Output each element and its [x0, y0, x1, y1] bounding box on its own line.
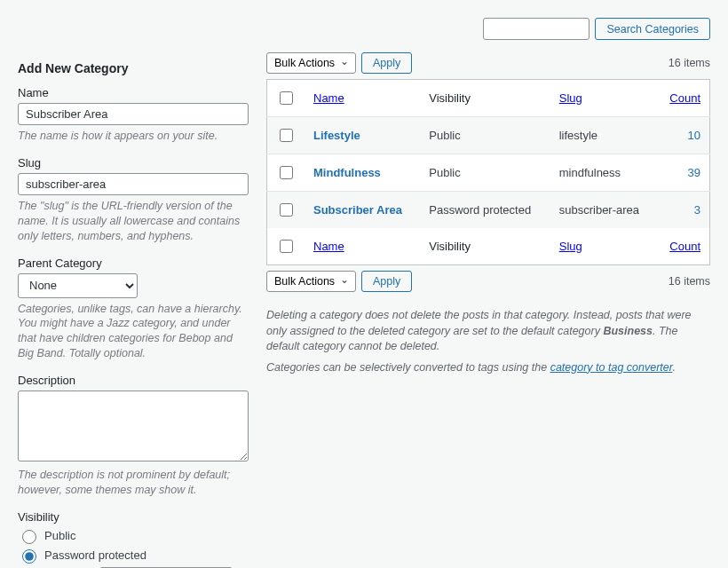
footer-notes: Deleting a category does not delete the …	[266, 308, 710, 375]
slug-hint: The "slug" is the URL-friendly version o…	[18, 199, 249, 244]
name-hint: The name is how it appears on your site.	[18, 129, 249, 144]
col-name[interactable]: Name	[313, 91, 344, 105]
slug-label: Slug	[18, 156, 249, 170]
row-checkbox[interactable]	[280, 129, 293, 142]
item-count-top: 16 items	[669, 57, 710, 69]
col-count-foot[interactable]: Count	[669, 240, 700, 253]
row-checkbox[interactable]	[280, 166, 293, 179]
note-text: Categories can be selectively converted …	[266, 361, 550, 374]
parent-select[interactable]: None	[18, 273, 138, 298]
col-visibility-foot: Visibility	[420, 228, 550, 265]
row-name-link[interactable]: Subscriber Area	[313, 203, 402, 217]
search-button[interactable]: Search Categories	[595, 18, 710, 40]
table-row: Subscriber AreaPassword protectedsubscri…	[267, 192, 710, 229]
description-hint: The description is not prominent by defa…	[18, 468, 249, 498]
row-visibility: Public	[420, 117, 550, 154]
apply-bottom-button[interactable]: Apply	[361, 271, 412, 292]
visibility-protected-text: Password protected	[44, 548, 146, 562]
search-input[interactable]	[483, 18, 590, 40]
note-text: .	[672, 361, 675, 374]
col-visibility: Visibility	[420, 80, 550, 117]
slug-input[interactable]	[18, 173, 249, 195]
col-slug[interactable]: Slug	[559, 91, 582, 105]
row-name-link[interactable]: Lifestyle	[313, 129, 360, 142]
row-slug: mindfulness	[550, 154, 657, 192]
form-heading: Add New Category	[18, 61, 249, 75]
select-all-top[interactable]	[280, 91, 293, 105]
col-slug-foot[interactable]: Slug	[559, 240, 582, 253]
table-row: LifestylePubliclifestyle10	[267, 117, 710, 154]
row-count-link[interactable]: 10	[688, 129, 700, 142]
converter-link[interactable]: category to tag converter	[550, 361, 673, 374]
select-all-bottom[interactable]	[280, 240, 293, 253]
visibility-protected-radio[interactable]	[22, 549, 36, 564]
visibility-public-text: Public	[44, 529, 75, 542]
parent-hint: Categories, unlike tags, can have a hier…	[18, 302, 249, 362]
name-label: Name	[18, 86, 249, 99]
parent-label: Parent Category	[18, 256, 249, 270]
row-checkbox[interactable]	[280, 203, 293, 217]
item-count-bottom: 16 items	[669, 275, 710, 288]
note-default-cat: Business	[603, 325, 653, 337]
col-count[interactable]: Count	[669, 91, 700, 105]
description-label: Description	[18, 374, 249, 387]
table-row: MindfulnessPublicmindfulness39	[267, 154, 710, 192]
row-visibility: Password protected	[420, 192, 550, 229]
visibility-public-radio[interactable]	[22, 530, 36, 544]
row-visibility: Public	[420, 154, 550, 192]
bulk-actions-bottom[interactable]: Bulk Actions	[266, 271, 356, 292]
row-slug: lifestyle	[550, 117, 657, 154]
col-name-foot[interactable]: Name	[313, 240, 344, 253]
row-count-link[interactable]: 3	[694, 203, 700, 217]
description-textarea[interactable]	[18, 390, 249, 462]
bulk-actions-top[interactable]: Bulk Actions	[266, 52, 356, 74]
row-name-link[interactable]: Mindfulness	[313, 166, 381, 179]
visibility-label: Visibility	[18, 510, 249, 524]
apply-top-button[interactable]: Apply	[361, 52, 412, 74]
row-slug: subscriber-area	[550, 192, 657, 229]
row-count-link[interactable]: 39	[688, 166, 700, 179]
categories-table: Name Visibility Slug Count LifestylePubl…	[266, 79, 710, 265]
name-input[interactable]	[18, 103, 249, 125]
